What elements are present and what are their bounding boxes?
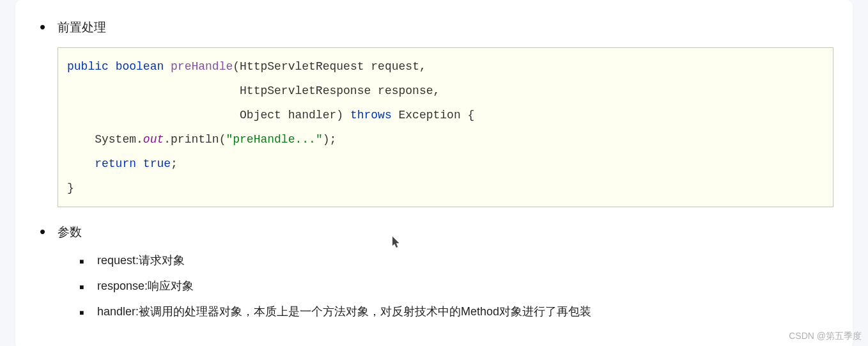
code-text	[67, 157, 95, 170]
code-kw-throws: throws	[350, 109, 392, 122]
section-params: 参数 request:请求对象 response:响应对象 handler:被调…	[58, 224, 833, 320]
code-text: ;	[171, 157, 178, 170]
code-method: preHandle	[171, 60, 233, 73]
code-string: "preHandle..."	[226, 133, 322, 146]
code-text: }	[67, 182, 74, 194]
section-title: 前置处理	[58, 19, 833, 36]
param-item: request:请求对象	[97, 252, 833, 269]
param-item: handler:被调用的处理器对象，本质上是一个方法对象，对反射技术中的Meth…	[97, 303, 833, 320]
section-prehandle: 前置处理 public boolean preHandle(HttpServle…	[58, 19, 833, 207]
code-kw-boolean: boolean	[116, 60, 164, 73]
code-block: public boolean preHandle(HttpServletRequ…	[58, 47, 833, 207]
code-text: System.	[67, 133, 143, 146]
code-text: (HttpServletRequest request,	[233, 60, 426, 73]
code-kw-public: public	[67, 60, 109, 73]
code-text: Exception {	[392, 109, 475, 122]
code-text: );	[323, 133, 337, 146]
code-sp	[136, 157, 143, 170]
code-text: HttpServletResponse response,	[67, 84, 440, 97]
section-title: 参数	[58, 224, 833, 240]
code-text: .println(	[164, 133, 226, 146]
params-list: request:请求对象 response:响应对象 handler:被调用的处…	[58, 252, 833, 320]
watermark-text: CSDN @第五季度	[789, 331, 862, 342]
outer-list: 前置处理 public boolean preHandle(HttpServle…	[35, 19, 833, 320]
code-sp	[164, 60, 171, 73]
document-card: 前置处理 public boolean preHandle(HttpServle…	[15, 0, 853, 346]
code-kw-true: true	[143, 157, 171, 170]
code-sp	[109, 60, 116, 73]
code-kw-return: return	[95, 157, 136, 170]
code-text: Object handler)	[67, 109, 350, 122]
code-static-out: out	[143, 133, 164, 146]
param-item: response:响应对象	[97, 278, 833, 294]
